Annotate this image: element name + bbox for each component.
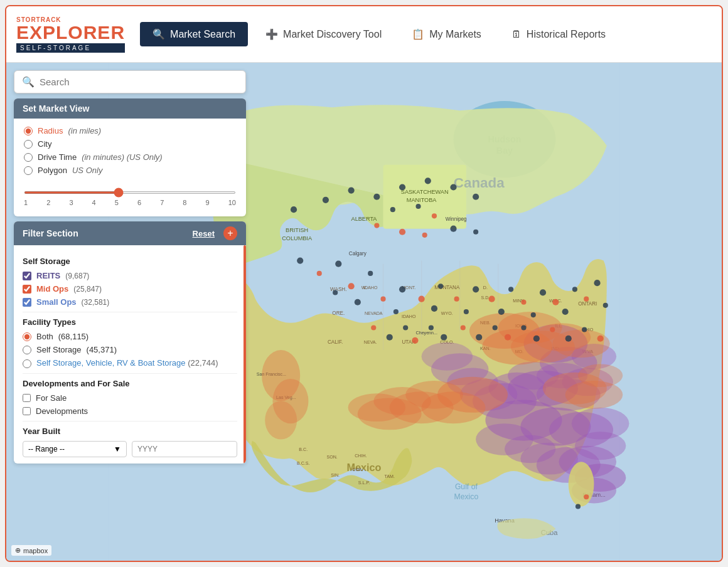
year-range-label: -- Range -- [28,445,65,453]
svg-point-125 [348,283,355,289]
drive-time-option[interactable]: Drive Time (in minutes) (US Only) [24,152,236,162]
radius-extra: (in miles) [68,126,101,135]
svg-point-112 [473,194,479,200]
svg-point-135 [473,286,479,292]
both-label: Both [36,332,53,341]
svg-point-91 [552,330,610,358]
vehicle-rv-radio[interactable] [23,359,31,368]
nav-market-discovery-label: Market Discovery Tool [283,29,382,40]
svg-point-129 [399,286,405,292]
svg-point-148 [603,303,608,308]
polygon-label: Polygon [38,166,67,175]
market-view-title: Set Market View [23,103,89,114]
developments-checkbox[interactable] [23,407,31,415]
smallops-filter[interactable]: Small Ops (32,581) [23,297,237,307]
content-area: Hudson Bay SASKATCHEWAN MANITOBA ALBERTA… [6,63,722,561]
midops-checkbox[interactable] [23,285,31,294]
svg-text:SON.: SON. [326,455,337,460]
both-facility[interactable]: Both (68,115) [23,332,237,341]
svg-point-133 [431,305,437,312]
chevron-down-icon: ▼ [114,445,121,453]
market-view-body: Radius (in miles) City Drive Time (in mi… [14,119,246,216]
self-storage-facility-count: (45,371) [87,345,117,354]
filter-add-button[interactable]: + [223,226,237,240]
dev-title: Developments and For Sale [23,379,237,388]
city-label: City [38,139,51,149]
svg-point-161 [550,327,555,332]
logo: STORTRACK EXPLORER SELF-STORAGE [16,16,125,53]
polygon-radio[interactable] [24,166,33,175]
both-radio[interactable] [23,332,31,341]
svg-point-118 [422,233,427,238]
svg-point-140 [521,300,526,305]
svg-point-116 [374,223,379,228]
svg-point-105 [291,206,297,213]
vehicle-rv-facility[interactable]: Self Storage, Vehicle, RV & Boat Storage… [23,358,237,368]
year-range-select[interactable]: -- Range -- ▼ [23,441,127,457]
mapbox-icon: ⊕ [15,546,21,554]
filter-reset-link[interactable]: Reset [193,229,215,238]
nav-historical-reports[interactable]: 🗓 Historical Reports [499,23,618,46]
slider-labels: 1 2 3 4 5 6 7 8 9 10 [24,199,236,206]
svg-point-137 [489,296,495,302]
filter-body: Self Storage REITS (9,687) Mid Ops (25,8… [14,245,246,464]
filter-title: Filter Section [23,228,78,238]
svg-point-152 [412,337,418,344]
mapbox-text: mapbox [23,547,48,554]
drive-time-radio[interactable] [24,153,33,162]
svg-text:S.L.P.: S.L.P. [358,480,370,485]
main-nav: 🔍 Market Search ➕ Market Discovery Tool … [140,22,712,46]
radius-slider-container: 1 2 3 4 5 6 7 8 9 10 [24,183,236,209]
svg-point-127 [355,299,361,305]
svg-point-163 [582,327,587,332]
svg-point-160 [533,336,540,342]
market-view-panel: Set Market View Radius (in miles) City [14,98,246,216]
for-sale-label: For Sale [36,393,67,403]
nav-market-search[interactable]: 🔍 Market Search [140,22,248,46]
radius-slider[interactable] [24,191,236,194]
svg-text:B.C.: B.C. [299,447,308,452]
year-input[interactable] [132,441,237,457]
reits-label: REITS [36,271,60,280]
polygon-option[interactable]: Polygon US Only [24,166,236,175]
list-nav-icon: 📋 [412,28,424,40]
midops-label: Mid Ops [36,284,68,294]
svg-point-159 [521,325,526,330]
city-radio[interactable] [24,140,33,149]
svg-text:WASH.: WASH. [330,287,346,292]
svg-text:ORE.: ORE. [332,310,345,316]
self-storage-facility-radio[interactable] [23,346,31,354]
drive-time-label: Drive Time [38,152,77,162]
city-option[interactable]: City [24,139,236,149]
header: STORTRACK EXPLORER SELF-STORAGE 🔍 Market… [6,6,722,63]
search-input[interactable] [40,77,238,87]
svg-point-131 [419,296,425,302]
svg-text:Calgary: Calgary [349,251,367,257]
reits-filter[interactable]: REITS (9,687) [23,271,237,280]
nav-my-markets[interactable]: 📋 My Markets [399,22,494,46]
svg-text:Mexico: Mexico [454,492,479,501]
vehicle-rv-count: (22,744) [188,358,218,368]
midops-filter[interactable]: Mid Ops (25,847) [23,284,237,294]
svg-point-134 [454,297,459,302]
scrollbar[interactable] [244,245,246,464]
svg-point-94 [578,364,623,387]
drive-time-extra: (in minutes) (US Only) [82,152,163,162]
for-sale-filter[interactable]: For Sale [23,393,237,403]
svg-point-117 [399,229,405,235]
reits-checkbox[interactable] [23,272,31,280]
radius-label: Radius [38,126,63,135]
for-sale-checkbox[interactable] [23,394,31,402]
svg-text:ONTARI: ONTARI [578,301,597,307]
self-storage-facility[interactable]: Self Storage (45,371) [23,345,237,354]
radius-option[interactable]: Radius (in miles) [24,126,236,135]
smallops-checkbox[interactable] [23,298,31,307]
year-built-title: Year Built [23,427,237,436]
nav-market-discovery[interactable]: ➕ Market Discovery Tool [253,22,394,46]
developments-filter[interactable]: Developments [23,406,237,416]
year-built-row: -- Range -- ▼ [23,441,237,457]
svg-point-124 [333,290,338,295]
radius-radio[interactable] [24,127,33,135]
nav-historical-reports-label: Historical Reports [527,29,606,40]
svg-point-101 [348,393,406,421]
